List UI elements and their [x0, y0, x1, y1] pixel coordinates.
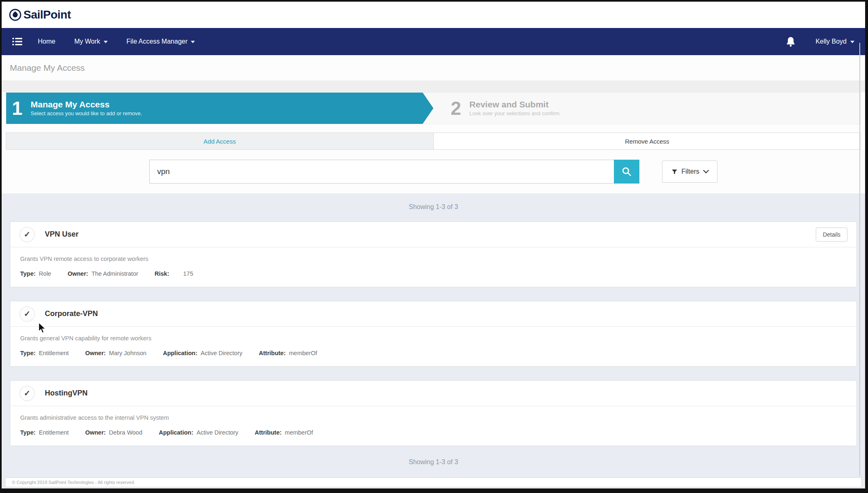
filters-button[interactable]: Filters [662, 160, 718, 183]
search-icon [621, 166, 632, 177]
nav-item-my-work[interactable]: My Work [74, 38, 108, 45]
sailpoint-logo: SailPoint [9, 8, 71, 21]
notifications-bell-icon[interactable] [786, 36, 796, 47]
tab-add-access[interactable]: Add Access [6, 133, 434, 149]
meta-type: Type: Role [20, 270, 51, 277]
list-menu-icon[interactable] [12, 37, 22, 46]
meta-owner: Owner: The Administrator [67, 270, 138, 277]
wizard-step-2[interactable]: 2 Review and Submit Look over your selec… [433, 93, 861, 124]
meta-type: Type: Entitlement [20, 429, 69, 436]
nav-item-file-access-manager[interactable]: File Access Manager [127, 38, 195, 45]
access-description: Grants administrative access to the inte… [20, 414, 847, 421]
user-name: Kelly Boyd [815, 38, 847, 45]
step-2-subtitle: Look over your selections and confirm. [470, 110, 561, 117]
access-meta-row: Type: Entitlement Owner: Debra Wood Appl… [20, 429, 847, 436]
chevron-down-icon [703, 167, 709, 173]
wizard-step-1-active[interactable]: 1 Manage My Access Select access you wou… [6, 93, 433, 124]
checkmark-icon: ✓ [24, 310, 30, 318]
nav-items: Home My Work File Access Manager [38, 38, 195, 45]
scrollbar-track-line[interactable] [859, 43, 860, 476]
nav-right: Kelly Boyd [786, 36, 854, 47]
filter-funnel-icon [671, 169, 678, 175]
filters-label: Filters [681, 168, 699, 175]
access-meta-row: Type: Entitlement Owner: Mary Johnson Ap… [20, 350, 847, 356]
chevron-down-icon [104, 41, 108, 43]
app-window: SailPoint Home My Work File Access Manag… [0, 0, 868, 493]
step-1-subtitle: Select access you would like to add or r… [31, 110, 142, 117]
access-name: VPN User [45, 230, 79, 239]
step-1-number: 1 [12, 99, 23, 118]
meta-application: Application: Active Directory [159, 429, 238, 436]
access-card-vpn-user: ✓ VPN User Details Grants VPN remote acc… [10, 221, 857, 287]
chevron-down-icon [191, 41, 195, 43]
access-checkbox-checked[interactable]: ✓ [19, 386, 35, 401]
tab-remove-access-label: Remove Access [625, 138, 669, 145]
card-header: ✓ VPN User Details [10, 222, 856, 247]
user-menu[interactable]: Kelly Boyd [815, 38, 854, 45]
footer-bar: © Copyright 2019 SailPoint Technologies … [5, 477, 862, 487]
access-description: Grants general VPN capability for remote… [20, 335, 847, 342]
nav-item-fam-label: File Access Manager [127, 38, 188, 45]
step-1-title: Manage My Access [31, 99, 142, 110]
sailpoint-logo-text: SailPoint [23, 8, 71, 21]
access-card-hostingvpn: ✓ HostingVPN Grants administrative acces… [10, 380, 857, 446]
card-body: Grants general VPN capability for remote… [10, 327, 856, 366]
step-2-title: Review and Submit [470, 99, 561, 110]
main-navbar: Home My Work File Access Manager Kelly B… [2, 28, 865, 55]
meta-attribute: Attribute: memberOf [255, 429, 313, 436]
search-button[interactable] [614, 160, 639, 184]
card-header: ✓ Corporate-VPN [10, 301, 856, 327]
meta-owner: Owner: Mary Johnson [85, 350, 146, 356]
card-body: Grants administrative access to the inte… [10, 406, 856, 446]
chevron-down-icon [850, 41, 854, 43]
access-checkbox-checked[interactable]: ✓ [19, 227, 35, 242]
results-count-top: Showing 1-3 of 3 [2, 203, 865, 211]
checkmark-icon: ✓ [24, 230, 30, 238]
logo-header: SailPoint [2, 2, 865, 28]
meta-risk: Risk: 175 [155, 270, 193, 277]
page-title-row: Manage My Access [2, 55, 865, 81]
access-name: HostingVPN [45, 389, 88, 398]
results-section: Showing 1-3 of 3 ✓ VPN User Details Gran… [2, 193, 865, 488]
spacer [2, 124, 865, 133]
step-2-number: 2 [451, 99, 461, 118]
wizard-steps: 1 Manage My Access Select access you wou… [6, 92, 861, 124]
access-card-corporate-vpn: ✓ Corporate-VPN Grants general VPN capab… [10, 301, 857, 367]
details-button[interactable]: Details [816, 228, 847, 242]
nav-item-home-label: Home [38, 38, 56, 45]
tab-add-access-label: Add Access [204, 138, 236, 145]
access-description: Grants VPN remote access to corporate wo… [20, 256, 847, 262]
tab-remove-access[interactable]: Remove Access [434, 133, 861, 149]
access-checkbox-checked[interactable]: ✓ [19, 306, 35, 322]
copyright-text: © Copyright 2019 SailPoint Technologies … [12, 480, 135, 485]
search-input[interactable] [149, 160, 614, 184]
meta-type: Type: Entitlement [20, 350, 69, 356]
nav-item-my-work-label: My Work [74, 38, 100, 45]
meta-attribute: Attribute: memberOf [259, 350, 317, 356]
access-tabs: Add Access Remove Access [6, 133, 861, 150]
search-section: Filters [2, 150, 865, 193]
checkmark-icon: ✓ [24, 389, 30, 397]
sailpoint-logo-icon [9, 9, 21, 21]
meta-owner: Owner: Debra Wood [85, 429, 142, 436]
nav-item-home[interactable]: Home [38, 38, 56, 45]
access-name: Corporate-VPN [45, 309, 98, 318]
page-title: Manage My Access [10, 63, 85, 73]
card-header: ✓ HostingVPN [10, 381, 856, 406]
access-meta-row: Type: Role Owner: The Administrator Risk… [20, 270, 847, 277]
meta-application: Application: Active Directory [163, 350, 242, 356]
divider-strip [2, 81, 865, 92]
card-body: Grants VPN remote access to corporate wo… [10, 247, 856, 287]
results-count-bottom: Showing 1-3 of 3 [2, 458, 865, 466]
